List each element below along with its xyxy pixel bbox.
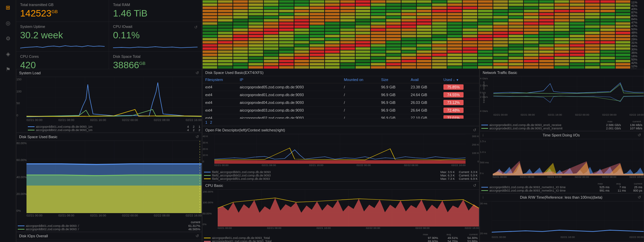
cpu-legend-1: aiccrgoprdfe01.zod.comp.db.de:9093_Total… — [204, 236, 478, 240]
disk-rw-title: Disk R/W Time(Reference: less than 100ms… — [520, 195, 602, 199]
disk-space-basic-header: Disk Space Used Basic ↺ — [16, 133, 202, 141]
iowait-label: CPU IOwait — [113, 25, 132, 29]
cell-avail: 26.03 GiB — [408, 99, 441, 107]
disk-rw-chart — [492, 201, 644, 236]
network-x-labels: 02/21 00:0002/21 08:0002/21 16:0002/22 0… — [493, 113, 644, 119]
disk-iops-title: Disk IOps Overall — [19, 234, 48, 238]
disk-table: Filesystem IP Mounted on Size Avail Used… — [203, 76, 479, 119]
system-load-legend: aiccrgoprddb01.zod.comp.db.de:9093_1m 4 … — [16, 124, 202, 132]
cell-mount: / — [341, 91, 378, 99]
cpu-legend-line-2 — [204, 241, 211, 242]
open-fd-x-labels: 02/21 00:0002/21 08:0002/21 16:0002/22 0… — [214, 164, 466, 170]
right-panels: Network Traffic Basic 4 Gb/s2 Gb/s0 b/s … — [480, 69, 644, 242]
cpu-chart — [218, 190, 479, 227]
open-fd-body: 40 K30 K20 K10 K0 300 K200 K100 K0 — [203, 134, 479, 170]
col-used[interactable]: Used ↓ ▼ — [441, 76, 479, 83]
open-fd-legend-line-1 — [204, 172, 211, 172]
stat-iowait: CPU IOwait ↺ 0.11% — [109, 22, 202, 52]
cell-ip: aiccrgoproded03.zod.comp.db.de:9093 — [237, 107, 341, 114]
disk-rw-panel: i Disk R/W Time(Reference: less than 100… — [480, 193, 644, 242]
disk-rw-refresh[interactable]: ↺ — [638, 195, 641, 200]
open-fd-legend: filefd_aiccrgoprdbb01.zod.comp.db.de:909… — [203, 170, 479, 181]
cell-avail: 24.64 GiB — [408, 91, 441, 99]
cell-size: 96.9 GiB — [378, 99, 408, 107]
system-load-refresh[interactable]: ↺ — [196, 71, 199, 75]
disk-table-body: Filesystem IP Mounted on Size Avail Used… — [203, 76, 479, 119]
disk-legend-1: aiccrgoprddb01.zod.comp.db.de:9093: / 61… — [18, 224, 200, 228]
cell-fs: ext4 — [203, 107, 237, 114]
col-filesystem[interactable]: Filesystem — [203, 76, 237, 83]
page-1[interactable]: 1 — [205, 120, 207, 124]
open-fd-legend-3: filefd_aiccrgoprddf01.zod.comp.db.de:909… — [204, 177, 478, 180]
network-legend-2: aiccrgoproded01.zod.comp.db.de:9093_ens5… — [481, 127, 642, 130]
time-io-legend-2: aiccrgoprddb02.zod.comp.db.de:9093_nvme0… — [481, 189, 642, 192]
page-2[interactable]: 2 — [210, 120, 212, 124]
pagination: 1 2 — [203, 119, 479, 126]
cell-mount: / — [341, 107, 378, 114]
network-header: Network Traffic Basic — [480, 69, 644, 76]
time-io-refresh[interactable]: ↺ — [638, 133, 641, 137]
network-legend-1: aiccrgoproded01.zod.comp.db.de:9093_ens5… — [481, 123, 642, 127]
system-load-chart — [26, 77, 202, 118]
sidebar-icon-settings[interactable]: ⚙ — [3, 34, 13, 43]
uptime-label: System Uptime — [20, 25, 105, 29]
time-io-legend-1: aiccrgoprddb01.zod.comp.db.de:9093_nvme0… — [481, 186, 642, 189]
middle-panels: Disk Space Used Basic(EXT4/XFS) Filesyst… — [202, 69, 480, 242]
disk-iops-refresh[interactable]: ↺ — [196, 234, 199, 238]
cell-used: 75.85% — [441, 83, 479, 91]
top-stats-row: Total transmitted GB 142523GB Total RAM … — [16, 0, 644, 69]
legend-line-1 — [28, 126, 35, 127]
system-load-header: System Load ↺ — [16, 69, 202, 77]
cell-used: 74.55% — [441, 91, 479, 99]
legend-line-2 — [28, 130, 35, 130]
cell-used: 73.12% — [441, 99, 479, 107]
cell-ip: aiccrgoproded04.zod.comp.db.de:9093 — [237, 99, 341, 107]
disk-x-labels: 02/21 00:0002/21 08:0002/21 16:0002/22 0… — [26, 214, 202, 220]
col-size[interactable]: Size — [378, 76, 408, 83]
disk-table-header: Disk Space Used Basic(EXT4/XFS) — [203, 69, 479, 76]
cell-fs: ext4 — [203, 99, 237, 107]
svg-rect-6 — [214, 134, 466, 164]
col-avail[interactable]: Avail — [408, 76, 441, 83]
disk-legend-line-2 — [18, 229, 24, 230]
time-io-y-labels: 1.5 s1.0 s500 ms0 s — [480, 139, 493, 175]
time-io-x-labels: 02/21 00:0002/21 08:0002/21 16:0002/22 0… — [493, 175, 644, 182]
cell-used: 72.01% — [441, 114, 479, 119]
time-io-indicator: i — [483, 133, 483, 137]
sidebar: ⊞ ◎ ⚙ ◈ ⚑ — [0, 0, 16, 242]
col-mounted[interactable]: Mounted on — [341, 76, 378, 83]
col-ip[interactable]: IP — [237, 76, 341, 83]
sidebar-icon-flag[interactable]: ⚑ — [3, 65, 13, 74]
time-io-legend-line-2 — [481, 190, 488, 191]
system-load-title: System Load — [19, 71, 41, 75]
stat-ram: Total RAM 1.46 TiB — [109, 0, 202, 22]
open-fd-title: Open File Descriptor(left)/Context switc… — [205, 128, 285, 132]
system-load-body: 150100500 — [16, 77, 202, 124]
open-fd-legend-line-2 — [204, 175, 211, 176]
disk-space-basic-body: 80.00%60.00%40.00%20.00%0% — [16, 141, 202, 220]
left-panels: System Load ↺ 150100500 — [16, 69, 202, 242]
system-load-panel: System Load ↺ 150100500 — [16, 69, 202, 133]
sidebar-icon-shield[interactable]: ◈ — [3, 49, 13, 58]
cell-avail: 27.10 GiB — [408, 114, 441, 119]
network-chart — [493, 76, 644, 113]
disk-space-basic-panel: Disk Space Used Basic ↺ 80.00%60.00%40.0… — [16, 133, 202, 232]
cell-fs: ext4 — [203, 114, 237, 119]
time-io-legend: maxavgcurrent aiccrgoprddb01.zod.comp.db… — [480, 182, 644, 193]
iowait-refresh[interactable]: ↺ — [194, 25, 198, 30]
cell-fs: ext4 — [203, 83, 237, 91]
cpu-basic-header: CPU Basic ↺ — [203, 182, 479, 190]
open-fd-chart — [214, 134, 466, 164]
time-io-header: i Time Spent Doing I/Os ↺ — [480, 131, 644, 139]
cpu-basic-refresh[interactable]: ↺ — [473, 183, 476, 188]
heatmap-legend: 11%41%43%87%80% 84%47%47%50%48% 45%29%31… — [631, 0, 644, 69]
disk-space-basic-refresh[interactable]: ↺ — [196, 134, 199, 139]
network-legend-line-1 — [481, 125, 488, 125]
open-fd-refresh[interactable]: ↺ — [473, 128, 476, 132]
sidebar-icon-alert[interactable]: ◎ — [3, 18, 13, 28]
cpu-legend-line-1 — [204, 238, 211, 238]
cell-avail: 26.64 GiB — [408, 107, 441, 114]
main-content: Total transmitted GB 142523GB Total RAM … — [16, 0, 644, 242]
sidebar-icon-grid[interactable]: ⊞ — [3, 3, 13, 12]
cell-fs: ext4 — [203, 91, 237, 99]
